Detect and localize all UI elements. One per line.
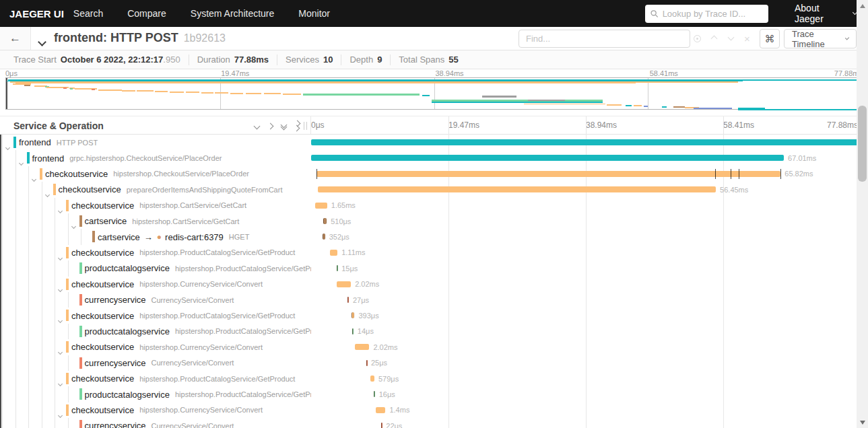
span-bar[interactable] — [352, 312, 354, 318]
row-collapse-toggle[interactable] — [59, 408, 62, 418]
app-brand[interactable]: JAEGER UI — [9, 8, 64, 20]
find-box[interactable] — [519, 30, 690, 48]
viewrange-left-handle[interactable] — [6, 78, 7, 109]
scroll-down-button[interactable] — [857, 417, 868, 428]
span-row[interactable]: checkoutservicehipstershop.CurrencyServi… — [0, 402, 868, 418]
row-collapse-toggle[interactable] — [59, 250, 62, 260]
row-collapse-toggle[interactable] — [59, 282, 62, 292]
span-bar[interactable] — [381, 423, 382, 428]
span-row[interactable]: cartservicehipstershop.CartService/GetCa… — [0, 213, 868, 229]
span-bar[interactable] — [315, 203, 327, 209]
span-row[interactable]: productcatalogservicehipstershop.Product… — [0, 324, 868, 339]
vertical-scrollbar[interactable] — [857, 0, 868, 428]
span-row[interactable]: productcatalogservicehipstershop.Product… — [0, 260, 868, 276]
span-row[interactable]: currencyserviceCurrencyService/Convert25… — [0, 355, 868, 371]
span-bar[interactable] — [337, 281, 351, 287]
span-bar[interactable] — [376, 407, 386, 413]
span-bar[interactable] — [323, 234, 325, 240]
trace-lookup-box[interactable] — [645, 5, 768, 23]
row-collapse-toggle[interactable] — [59, 345, 62, 355]
span-timeline-cell[interactable]: 56.45ms — [311, 182, 861, 197]
span-bar[interactable] — [337, 265, 338, 271]
span-row[interactable]: checkoutservicehipstershop.CartService/G… — [0, 198, 868, 213]
span-timeline-cell[interactable]: 510μs — [311, 213, 861, 229]
row-collapse-toggle[interactable] — [59, 313, 62, 323]
row-collapse-toggle[interactable] — [59, 203, 62, 213]
span-row[interactable]: checkoutservicehipstershop.CheckoutServi… — [0, 166, 868, 182]
span-timeline-cell[interactable]: 393μs — [311, 308, 861, 323]
span-timeline-cell[interactable]: 1.65ms — [311, 198, 861, 213]
span-timeline-cell[interactable]: 67.01ms — [311, 150, 861, 166]
span-row[interactable]: frontendgrpc.hipstershop.CheckoutService… — [0, 150, 868, 166]
span-timeline-cell[interactable]: 22μs — [311, 418, 861, 428]
span-bar[interactable] — [330, 250, 338, 256]
row-collapse-toggle[interactable] — [46, 187, 49, 197]
nav-item-compare[interactable]: Compare — [127, 8, 166, 19]
span-bar[interactable] — [370, 376, 374, 382]
nav-item-monitor[interactable]: Monitor — [298, 8, 330, 19]
trace-lookup-input[interactable] — [663, 9, 763, 19]
span-bar[interactable] — [318, 186, 716, 192]
span-bar[interactable] — [374, 391, 375, 397]
span-bar[interactable] — [311, 155, 784, 161]
span-row[interactable]: checkoutservicehipstershop.ProductCatalo… — [0, 371, 868, 386]
row-collapse-toggle[interactable] — [72, 219, 75, 229]
span-timeline-cell[interactable]: 1.11ms — [311, 245, 861, 260]
span-row[interactable]: cartservice→●redis-cart:6379HGET352μs — [0, 229, 868, 244]
row-collapse-toggle[interactable] — [32, 172, 36, 182]
scrollbar-thumb[interactable] — [858, 106, 867, 182]
row-collapse-toggle[interactable] — [20, 155, 23, 166]
next-match-button[interactable] — [729, 27, 733, 50]
command-icon: ⌘ — [765, 33, 775, 45]
focus-match-icon[interactable] — [694, 27, 701, 50]
span-bar[interactable] — [352, 328, 354, 334]
clear-find-button[interactable]: × — [744, 27, 750, 50]
span-row[interactable]: checkoutservicehipstershop.ProductCatalo… — [0, 245, 868, 260]
span-bar[interactable] — [323, 218, 327, 224]
trace-view-selector[interactable]: Trace Timeline — [784, 29, 857, 48]
span-row[interactable]: currencyserviceCurrencyService/Convert27… — [0, 292, 868, 308]
nav-item-system-architecture[interactable]: System Architecture — [191, 8, 275, 19]
about-jaeger-menu[interactable]: About Jaeger — [795, 0, 857, 27]
scroll-up-button[interactable] — [857, 0, 868, 11]
minimap-canvas[interactable] — [5, 77, 863, 110]
column-resizer-grip[interactable] — [304, 122, 307, 130]
span-row[interactable]: checkoutservicehipstershop.CurrencyServi… — [0, 277, 868, 292]
span-row[interactable]: checkoutservicehipstershop.CurrencyServi… — [0, 339, 868, 355]
span-timeline-cell[interactable]: 15μs — [311, 260, 861, 276]
span-row[interactable]: frontendHTTP POST — [0, 135, 868, 150]
collapse-all-icon[interactable] — [281, 122, 286, 129]
prev-match-button[interactable] — [712, 27, 716, 50]
keyboard-shortcuts-button[interactable]: ⌘ — [760, 29, 780, 48]
span-row[interactable]: productcatalogservicehipstershop.Product… — [0, 386, 868, 402]
span-row[interactable]: checkoutservicehipstershop.ProductCatalo… — [0, 308, 868, 323]
span-row[interactable]: currencyserviceCurrencyService/Convert22… — [0, 418, 868, 428]
span-bar[interactable] — [311, 139, 861, 145]
row-collapse-toggle[interactable] — [6, 140, 9, 150]
span-timeline-cell[interactable]: 16μs — [311, 386, 861, 402]
span-row[interactable]: checkoutserviceprepareOrderItemsAndShipp… — [0, 182, 868, 197]
span-timeline-cell[interactable]: 2.02ms — [311, 339, 861, 355]
span-bar[interactable] — [347, 297, 349, 303]
span-bar[interactable] — [316, 171, 781, 177]
row-collapse-toggle[interactable] — [59, 376, 62, 386]
expand-all-icon[interactable] — [295, 121, 300, 131]
collapse-one-icon[interactable] — [255, 124, 259, 129]
back-button[interactable]: ← — [0, 27, 31, 50]
service-name: productcatalogservice — [85, 263, 170, 273]
collapse-trace-title-toggle[interactable] — [39, 36, 45, 48]
span-timeline-cell[interactable]: 25μs — [311, 355, 861, 371]
span-bar[interactable] — [355, 344, 369, 350]
expand-one-icon[interactable] — [268, 124, 273, 129]
span-timeline-cell[interactable] — [311, 135, 861, 150]
span-timeline-cell[interactable]: 27μs — [311, 292, 861, 308]
nav-item-search[interactable]: Search — [73, 8, 103, 19]
span-timeline-cell[interactable]: 1.4ms — [311, 402, 861, 418]
span-bar[interactable] — [366, 360, 368, 366]
span-timeline-cell[interactable]: 2.02ms — [311, 277, 861, 292]
span-timeline-cell[interactable]: 14μs — [311, 324, 861, 339]
span-timeline-cell[interactable]: 352μs — [311, 229, 861, 244]
find-input[interactable] — [526, 34, 683, 44]
span-timeline-cell[interactable]: 65.82ms — [311, 166, 861, 182]
span-timeline-cell[interactable]: 579μs — [311, 371, 861, 386]
